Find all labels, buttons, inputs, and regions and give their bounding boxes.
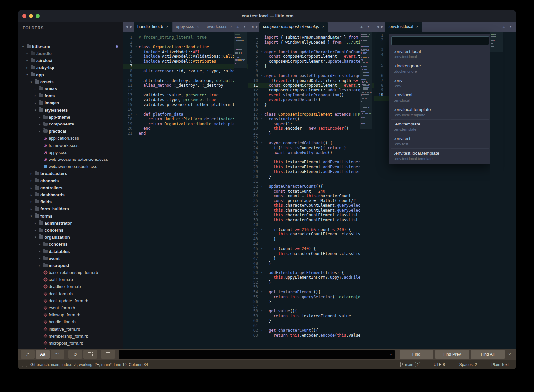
fold-arrow-icon[interactable]: ▾ bbox=[259, 309, 264, 314]
tab-scroll-next-icon[interactable]: ▶ bbox=[380, 22, 385, 32]
close-tab-icon[interactable]: × bbox=[416, 24, 419, 29]
tree-item-web-awesome-extensions.scss[interactable]: Sweb-awesome-extensions.scss bbox=[18, 156, 123, 163]
git-branch-indicator[interactable]: main 2 bbox=[400, 362, 434, 367]
quick-open-item-.env.template[interactable]: .env.template.env.template bbox=[391, 119, 489, 134]
tab-ework.scss[interactable]: ework.scss× bbox=[203, 22, 236, 32]
quick-open-item-.env.local[interactable]: .env.local.env.local bbox=[391, 90, 489, 105]
tree-item-uppy.scss[interactable]: Suppy.scss bbox=[18, 149, 123, 156]
chevron-right-icon[interactable]: ▸ bbox=[33, 221, 38, 225]
minimap[interactable] bbox=[490, 32, 503, 349]
tree-item-micropost_form.rb[interactable]: micropost_form.rb bbox=[18, 339, 123, 346]
tab-overflow-icon[interactable]: ▼ bbox=[509, 25, 512, 28]
tree-item-channels[interactable]: ▸channels bbox=[18, 177, 123, 184]
tree-item-app-theme[interactable]: ▸app-theme bbox=[18, 114, 123, 121]
quick-open-item-.dockerignore[interactable]: .dockerignore.dockerignore bbox=[391, 61, 489, 76]
close-tab-icon[interactable]: × bbox=[230, 24, 232, 29]
tree-item-craft_form.rb[interactable]: craft_form.rb bbox=[18, 276, 123, 283]
fold-arrow-icon[interactable]: ▾ bbox=[259, 141, 264, 146]
chevron-right-icon[interactable]: ▸ bbox=[29, 172, 34, 175]
chevron-down-icon[interactable]: ▾ bbox=[25, 73, 30, 76]
quick-open-item-.env.test.local[interactable]: .env.test.local.env.test.local bbox=[391, 47, 489, 61]
tab-uppy.scss[interactable]: uppy.scss× bbox=[172, 22, 203, 32]
tree-item-dashboards[interactable]: ▸dashboards bbox=[18, 191, 123, 198]
tree-item-stylesheets[interactable]: ▾stylesheets bbox=[18, 107, 123, 114]
chevron-right-icon[interactable]: ▸ bbox=[37, 123, 42, 126]
tree-item-broadcasters[interactable]: ▸broadcasters bbox=[18, 170, 123, 177]
chevron-right-icon[interactable]: ▸ bbox=[33, 229, 38, 232]
tab-.env.test.local[interactable]: .env.test.local× bbox=[385, 22, 422, 32]
quick-open-item-.env.test[interactable]: .env.test.env.test bbox=[391, 134, 489, 148]
close-tab-icon[interactable]: × bbox=[166, 24, 169, 29]
fold-arrow-icon[interactable]: ▾ bbox=[259, 227, 264, 232]
fold-arrow-icon[interactable]: ▾ bbox=[259, 290, 264, 295]
tree-item-assets[interactable]: ▾assets bbox=[18, 78, 123, 85]
new-tab-icon[interactable]: + bbox=[236, 24, 239, 30]
tree-item-organization[interactable]: ▾organization bbox=[18, 234, 123, 241]
tree-item-deal_update_form.rb[interactable]: deal_update_form.rb bbox=[18, 297, 123, 304]
tree-item-.ruby-lsp[interactable]: ▸.ruby-lsp bbox=[18, 64, 123, 71]
chevron-right-icon[interactable]: ▸ bbox=[37, 264, 42, 267]
chevron-right-icon[interactable]: ▸ bbox=[33, 94, 38, 97]
chevron-down-icon[interactable]: ▾ bbox=[33, 108, 38, 112]
tab-handle_line.rb[interactable]: handle_line.rb× bbox=[134, 22, 172, 32]
fold-arrow-icon[interactable]: ▾ bbox=[259, 50, 264, 54]
tree-item-images[interactable]: ▸images bbox=[18, 99, 123, 106]
tab-scroll-prev-icon[interactable]: ◀ bbox=[250, 22, 255, 32]
tab-overflow-icon[interactable]: ▼ bbox=[243, 25, 246, 28]
tree-item-little-crm[interactable]: ▾little-crm bbox=[18, 43, 123, 50]
tab-compose-micropost-element.js[interactable]: compose-micropost-element.js× bbox=[259, 22, 328, 32]
chevron-right-icon[interactable]: ▸ bbox=[37, 116, 42, 119]
tab-overflow-icon[interactable]: ▼ bbox=[367, 25, 370, 28]
in-selection-toggle-button[interactable] bbox=[83, 350, 97, 359]
tab-scroll-prev-icon[interactable]: ◀ bbox=[375, 22, 380, 32]
tree-item-components[interactable]: ▸components bbox=[18, 121, 123, 127]
tree-item-practical[interactable]: ▸practical bbox=[18, 128, 123, 135]
find-button[interactable]: Find bbox=[400, 350, 433, 359]
tree-item-event[interactable]: ▸event bbox=[18, 255, 123, 262]
fold-arrow-icon[interactable]: ▾ bbox=[259, 73, 264, 78]
tree-item-deadline_form.rb[interactable]: deadline_form.rb bbox=[18, 283, 123, 290]
chevron-right-icon[interactable]: ▸ bbox=[33, 101, 38, 105]
tree-item-base_relationship_form.rb[interactable]: base_relationship_form.rb bbox=[18, 269, 123, 276]
tree-item-application.scss[interactable]: Sapplication.scss bbox=[18, 135, 123, 142]
fold-arrow-icon[interactable]: ▾ bbox=[134, 45, 139, 50]
editor-content[interactable]: 1# frozen_string_literal: true23▾class O… bbox=[123, 32, 248, 349]
tree-item-webawesome.esbuild.css[interactable]: webawesome.esbuild.css bbox=[18, 163, 123, 170]
tree-item-.bundle[interactable]: ▸.bundle bbox=[18, 50, 123, 57]
find-prev-button[interactable]: Find Prev bbox=[435, 350, 469, 359]
chevron-right-icon[interactable]: ▸ bbox=[29, 186, 34, 190]
find-all-button[interactable]: Find All bbox=[471, 350, 505, 359]
chevron-right-icon[interactable]: ▸ bbox=[25, 52, 30, 55]
fold-arrow-icon[interactable]: ▾ bbox=[259, 246, 264, 251]
editor-content[interactable]: 1import { submitFormOnCommandEnter } fro… bbox=[248, 32, 374, 349]
fold-arrow-icon[interactable]: ▾ bbox=[134, 112, 139, 117]
chevron-right-icon[interactable]: ▸ bbox=[37, 250, 42, 253]
chevron-right-icon[interactable]: ▸ bbox=[37, 257, 42, 260]
chevron-right-icon[interactable]: ▸ bbox=[33, 87, 38, 90]
tree-item-forms[interactable]: ▾forms bbox=[18, 212, 123, 219]
tree-item-event_form.rb[interactable]: event_form.rb bbox=[18, 304, 123, 311]
syntax-indicator[interactable]: Plain Text bbox=[491, 362, 512, 367]
chevron-right-icon[interactable]: ▸ bbox=[25, 59, 30, 62]
chevron-down-icon[interactable]: ▾ bbox=[33, 235, 38, 239]
tree-item-membership_form.rb[interactable]: membership_form.rb bbox=[18, 333, 123, 339]
tab-scroll-next-icon[interactable]: ▶ bbox=[129, 22, 134, 32]
whole-word-toggle-button[interactable]: “” bbox=[51, 350, 64, 359]
tree-item-micropost[interactable]: ▸micropost bbox=[18, 262, 123, 269]
chevron-down-icon[interactable]: ▾ bbox=[21, 45, 25, 48]
quick-open-item-.env.test.local.template[interactable]: .env.test.local.template.env.test.local.… bbox=[391, 148, 489, 163]
quick-open-input[interactable] bbox=[391, 36, 489, 45]
fold-arrow-icon[interactable]: ▾ bbox=[259, 112, 264, 117]
regex-toggle-button[interactable]: .* bbox=[21, 350, 35, 359]
fold-arrow-icon[interactable]: ▾ bbox=[259, 117, 264, 122]
tree-item-.circleci[interactable]: ▸.circleci bbox=[18, 57, 123, 64]
fold-arrow-icon[interactable]: ▾ bbox=[259, 328, 264, 333]
tree-item-handle_line.rb[interactable]: handle_line.rb bbox=[18, 318, 123, 325]
wrap-toggle-button[interactable]: ↺ bbox=[68, 350, 82, 359]
close-tab-icon[interactable]: × bbox=[197, 24, 199, 29]
tree-item-concerns[interactable]: ▸concerns bbox=[18, 241, 123, 248]
case-sensitive-toggle-button[interactable]: Aa bbox=[36, 350, 50, 359]
indentation-indicator[interactable]: Spaces: 2 bbox=[459, 362, 491, 367]
minimap[interactable] bbox=[360, 32, 372, 349]
close-tab-icon[interactable]: × bbox=[322, 24, 324, 29]
